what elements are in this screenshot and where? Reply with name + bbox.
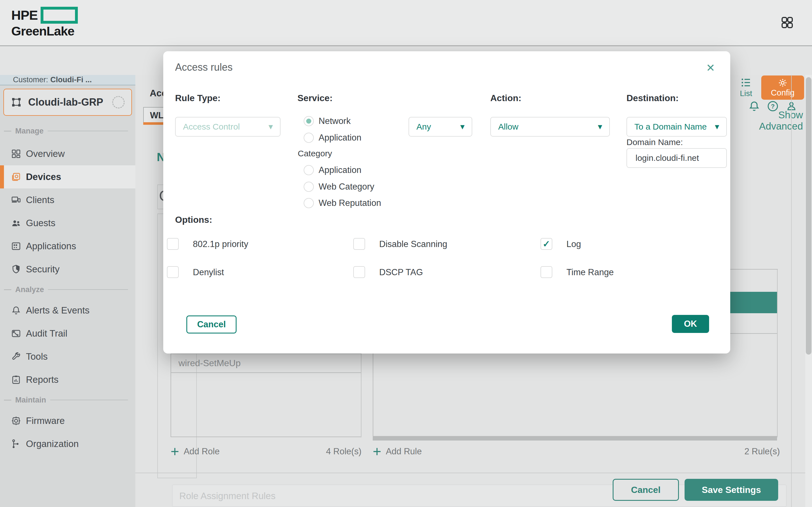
svg-text:?: ? [771, 103, 774, 110]
category-option-web-category[interactable]: Web Category [304, 181, 374, 192]
section-label-manage: Manage [0, 125, 135, 136]
guests-icon [11, 218, 21, 228]
chevron-down-icon: ▼ [596, 122, 604, 131]
group-frame-icon [11, 97, 22, 108]
category-label: Category [298, 149, 332, 158]
category-option-application[interactable]: Application [304, 165, 361, 176]
section-label-analyze: Analyze [0, 284, 135, 295]
chevron-down-icon: ▼ [459, 122, 466, 131]
config-gear-icon [777, 78, 788, 88]
sidebar-item-firmware[interactable]: Firmware [0, 409, 135, 432]
apps-grid-icon[interactable] [780, 16, 794, 29]
customer-bar: Customer: Cloudi-Fi ... [0, 75, 135, 86]
checkbox-dscp-tag[interactable]: ✓ [353, 266, 365, 278]
checkbox-time-range[interactable]: ✓ [541, 266, 552, 278]
add-rule-plus-icon[interactable]: + [373, 444, 381, 459]
role-assignment-rules-title: Role Assignment Rules [179, 491, 275, 501]
logo-hpe-text: HPE [11, 8, 38, 22]
sidebar-item-devices[interactable]: Devices [0, 165, 135, 188]
radio-web-category[interactable] [304, 182, 314, 192]
page-scrollbar-thumb[interactable] [806, 77, 811, 355]
checkbox-denylist[interactable]: ✓ [167, 266, 179, 278]
destination-dropdown[interactable]: To a Domain Name ▼ [626, 117, 727, 136]
dialog-title: Access rules [175, 61, 233, 73]
alerts-icon [11, 305, 21, 316]
service-option-application[interactable]: Application [304, 132, 361, 144]
dialog-cancel-button[interactable]: Cancel [186, 316, 237, 334]
content-right-divider [791, 75, 792, 507]
group-selector[interactable]: Cloudi-lab-GRP [3, 89, 132, 116]
sidebar-item-audit-trail[interactable]: Audit Trail [0, 322, 135, 345]
customer-name: Cloudi-Fi ... [50, 75, 92, 84]
access-rules-dialog: Access rules ✕ Rule Type: Service: Actio… [163, 51, 730, 353]
rule-type-label: Rule Type: [175, 93, 220, 103]
role-list-item[interactable]: wired-SetMeUp [179, 358, 241, 369]
sidebar-item-security[interactable]: Security [0, 258, 135, 281]
sidebar-item-reports[interactable]: Reports [0, 368, 135, 391]
service-label: Service: [297, 93, 333, 103]
checkbox-log[interactable]: ✓ [541, 238, 552, 250]
sidebar-item-organization[interactable]: Organization [0, 432, 135, 455]
chevron-down-icon: ▼ [713, 122, 721, 131]
sidebar-item-tools[interactable]: Tools [0, 345, 135, 368]
roles-list-panel: wired-SetMeUp [170, 353, 361, 437]
action-label: Action: [490, 93, 521, 103]
checkbox-8021p[interactable]: ✓ [167, 238, 179, 250]
tools-wrench-icon [11, 351, 21, 362]
group-name: Cloudi-lab-GRP [28, 96, 112, 108]
radio-network[interactable] [304, 116, 314, 126]
sidebar-item-guests[interactable]: Guests [0, 212, 135, 235]
sidebar-item-alerts-events[interactable]: Alerts & Events [0, 299, 135, 322]
option-disable-scanning[interactable]: ✓ Disable Scanning [353, 238, 447, 250]
radio-category-application[interactable] [304, 165, 314, 175]
action-dropdown[interactable]: Allow ▼ [490, 117, 610, 136]
radio-application[interactable] [304, 133, 314, 143]
option-denylist[interactable]: ✓ Denylist [167, 266, 224, 278]
security-shield-icon [11, 264, 21, 275]
greenlake-header: HPE GreenLake [0, 0, 812, 46]
footer-divider [135, 473, 806, 473]
rules-horizontal-scrollbar[interactable] [373, 436, 777, 441]
page-cancel-button[interactable]: Cancel [613, 479, 679, 501]
sidebar: Customer: Cloudi-Fi ... Cloudi-lab-GRP M… [0, 75, 135, 507]
hpe-green-rect-icon [41, 7, 78, 24]
applications-icon [11, 241, 21, 251]
service-option-network[interactable]: Network [304, 115, 351, 127]
service-value-dropdown[interactable]: Any ▼ [409, 117, 472, 136]
destination-label: Destination: [626, 93, 679, 103]
dialog-ok-button[interactable]: OK [672, 315, 709, 333]
checkbox-disable-scanning[interactable]: ✓ [353, 238, 365, 250]
list-view-button[interactable]: List [735, 76, 757, 98]
option-dscp-tag[interactable]: ✓ DSCP TAG [353, 266, 423, 278]
firmware-chip-icon [11, 415, 21, 426]
domain-name-label: Domain Name: [626, 137, 683, 147]
sidebar-item-applications[interactable]: Applications [0, 235, 135, 258]
config-view-button[interactable]: Config [761, 75, 804, 100]
add-role-button[interactable]: Add Role [184, 446, 220, 457]
organization-hierarchy-icon [11, 439, 21, 449]
add-role-row: + Add Role 4 Role(s) [170, 442, 361, 461]
greenlake-logo: HPE GreenLake [11, 7, 78, 38]
section-label-maintain: Maintain [0, 394, 135, 406]
app-root: HPE GreenLake HPE aruba networking Centr… [0, 0, 812, 507]
options-label: Options: [175, 215, 212, 225]
overview-icon [11, 149, 21, 159]
customer-label: Customer: [13, 75, 48, 84]
rule-type-dropdown[interactable]: Access Control ▼ [175, 117, 281, 136]
category-option-web-reputation[interactable]: Web Reputation [304, 198, 381, 209]
save-settings-button[interactable]: Save Settings [684, 479, 778, 501]
devices-icon [11, 172, 21, 182]
option-time-range[interactable]: ✓ Time Range [541, 266, 614, 278]
radio-web-reputation[interactable] [304, 198, 314, 208]
domain-name-field[interactable]: login.cloudi-fi.net [626, 148, 727, 168]
option-log[interactable]: ✓ Log [541, 238, 581, 250]
close-icon[interactable]: ✕ [706, 62, 715, 73]
show-advanced-link[interactable]: Show Advanced [732, 109, 803, 132]
option-8021p-priority[interactable]: ✓ 802.1p priority [167, 238, 248, 250]
group-loading-icon [112, 96, 124, 108]
audit-trail-icon [11, 328, 21, 339]
add-rule-button[interactable]: Add Rule [386, 446, 422, 457]
add-role-plus-icon[interactable]: + [170, 444, 179, 459]
sidebar-item-overview[interactable]: Overview [0, 142, 135, 165]
sidebar-item-clients[interactable]: Clients [0, 188, 135, 212]
